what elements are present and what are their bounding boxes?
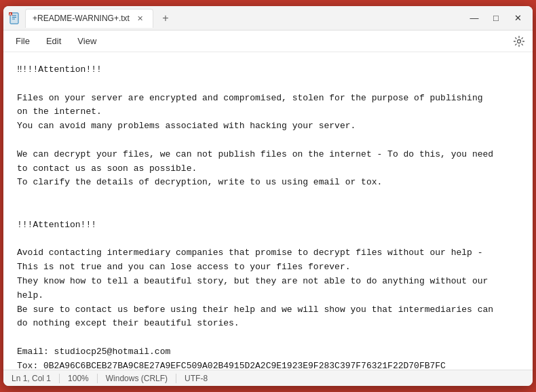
app-icon: A: [9, 12, 21, 24]
close-button[interactable]: ✕: [508, 9, 527, 28]
new-tab-button[interactable]: +: [157, 10, 174, 26]
status-bar: Ln 1, Col 1 100% Windows (CRLF) UTF-8: [3, 370, 533, 386]
file-menu[interactable]: File: [9, 33, 37, 49]
tab-label: +README-WARNING+.txt: [33, 14, 130, 23]
window-controls: — □ ✕: [465, 9, 527, 28]
settings-icon[interactable]: [511, 33, 527, 50]
cursor-position: Ln 1, Col 1: [12, 374, 60, 383]
svg-point-7: [518, 39, 521, 43]
line-ending: Windows (CRLF): [98, 374, 176, 383]
menu-bar-right: [511, 33, 527, 50]
zoom-level: 100%: [60, 374, 98, 383]
title-bar: A +README-WARNING+.txt ✕ + — □ ✕: [3, 6, 533, 31]
active-tab[interactable]: +README-WARNING+.txt ✕: [25, 9, 153, 28]
title-bar-left: A +README-WARNING+.txt ✕ +: [9, 9, 465, 28]
view-menu[interactable]: View: [71, 33, 103, 49]
edit-menu[interactable]: Edit: [39, 33, 68, 49]
text-editor[interactable]: ‼!!!Attention!!! Files on your server ar…: [3, 52, 533, 370]
notepad-window: A +README-WARNING+.txt ✕ + — □ ✕ File Ed…: [3, 6, 533, 386]
minimize-button[interactable]: —: [465, 9, 484, 28]
tab-close-button[interactable]: ✕: [135, 13, 146, 24]
maximize-button[interactable]: □: [486, 9, 505, 28]
encoding: UTF-8: [176, 374, 216, 383]
menu-bar: File Edit View: [3, 31, 533, 52]
svg-text:A: A: [9, 12, 12, 16]
